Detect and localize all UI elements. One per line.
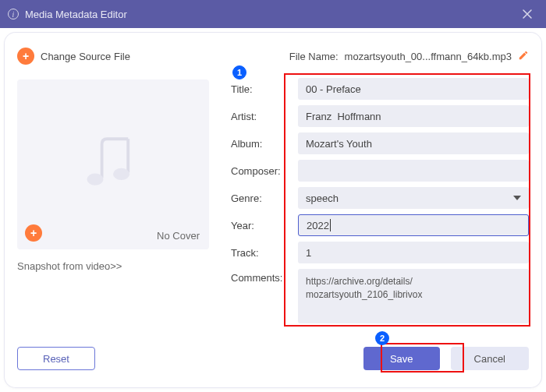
plus-icon: + [23, 51, 29, 62]
label-title: Title: [231, 83, 293, 95]
no-cover-label: No Cover [157, 230, 200, 242]
composer-input[interactable] [298, 160, 529, 182]
label-composer: Composer: [231, 165, 293, 177]
cover-art-box: + No Cover [17, 79, 209, 249]
filename-value: mozartsyouth_00...ffmann_64kb.mp3 [345, 51, 512, 62]
filename-block: File Name: mozartsyouth_00...ffmann_64kb… [289, 50, 529, 63]
plus-icon: + [30, 227, 37, 239]
left-column: + No Cover Snapshot from video>> [17, 78, 212, 273]
label-year: Year: [231, 220, 293, 231]
right-column: 1 Title: Artist: Album: Composer: Genre:… [231, 78, 529, 323]
close-button[interactable] [516, 3, 538, 25]
label-artist: Artist: [231, 111, 293, 122]
change-source-label: Change Source File [41, 51, 130, 62]
window-title: Media Metadata Editor [25, 9, 127, 20]
annotation-badge-1: 1 [232, 65, 246, 79]
artist-input[interactable] [298, 105, 529, 127]
card: + Change Source File File Name: mozartsy… [5, 33, 541, 387]
music-note-icon [76, 125, 151, 203]
chevron-down-icon [513, 196, 521, 200]
album-input[interactable] [298, 132, 529, 154]
cancel-button[interactable]: Cancel [451, 347, 529, 370]
save-button[interactable]: Save [363, 347, 440, 370]
close-icon [522, 9, 533, 19]
svg-point-0 [87, 173, 103, 185]
pencil-icon [518, 50, 529, 61]
filename-label: File Name: [289, 51, 339, 62]
add-cover-button[interactable]: + [25, 224, 42, 242]
label-comments: Comments: [231, 269, 293, 284]
genre-value: speech [306, 192, 339, 204]
titlebar: i Media Metadata Editor [0, 0, 546, 28]
edit-filename-button[interactable] [518, 50, 529, 63]
label-genre: Genre: [231, 192, 293, 204]
label-track: Track: [231, 247, 293, 259]
genre-select[interactable]: speech [298, 187, 529, 209]
year-input[interactable]: 2022 [298, 214, 529, 236]
label-album: Album: [231, 138, 293, 150]
footer: 2 Reset Save Cancel [17, 341, 529, 376]
top-row: + Change Source File File Name: mozartsy… [17, 41, 529, 72]
comments-textarea[interactable]: https://archive.org/details/ mozartsyout… [298, 269, 529, 323]
text-cursor [330, 219, 331, 231]
metadata-form: Title: Artist: Album: Composer: Genre: s… [231, 78, 529, 323]
info-icon: i [8, 9, 19, 19]
content: + No Cover Snapshot from video>> 1 Title… [17, 72, 529, 341]
year-value: 2022 [307, 220, 329, 231]
title-input[interactable] [298, 78, 529, 100]
track-input[interactable] [298, 242, 529, 263]
snapshot-from-video-link[interactable]: Snapshot from video>> [17, 260, 122, 272]
reset-button[interactable]: Reset [17, 347, 95, 370]
annotation-badge-2: 2 [375, 331, 389, 345]
svg-point-1 [113, 168, 129, 180]
window: i Media Metadata Editor + Change Source … [0, 0, 546, 392]
change-source-button[interactable]: + [17, 48, 34, 65]
